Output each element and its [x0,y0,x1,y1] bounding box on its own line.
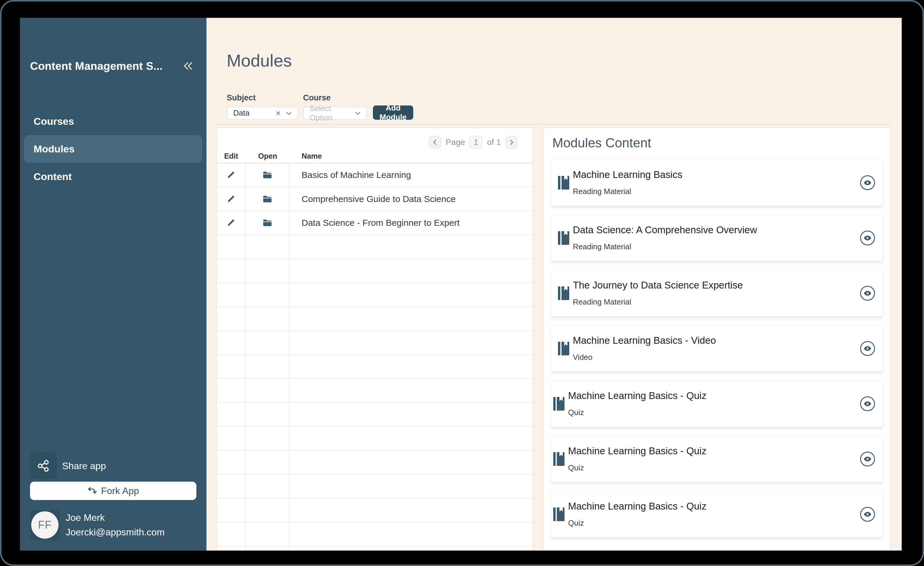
sidebar-footer: Share app Fork App FF Joe Merk [20,452,207,551]
empty-table-row[interactable] [217,522,533,547]
eye-icon [863,344,872,353]
edit-cell [217,164,246,187]
previous-page-button[interactable] [429,136,441,149]
add-module-button[interactable]: Add Module [373,105,413,120]
card-texts: Data Science: A Comprehensive Overview R… [573,224,757,251]
open-cell [246,498,290,522]
card-type: Reading Material [573,187,682,196]
course-select[interactable]: Select Option [303,107,367,120]
pencil-icon[interactable] [227,195,235,203]
row-name: Data Science - From Beginner to Expert [290,211,533,235]
content-card[interactable]: Machine Learning Basics - Quiz Quiz [550,381,883,427]
empty-table-row[interactable] [217,379,533,403]
book-icon [558,287,569,300]
edit-cell [217,307,246,330]
folder-icon[interactable] [262,195,272,203]
share-icon-tile [30,452,57,479]
edit-cell [217,283,246,306]
column-header-name: Name [290,152,533,161]
share-app-label: Share app [62,461,106,471]
page-number-input[interactable]: 1 [470,136,483,149]
open-cell [246,283,290,306]
content-card-list: Machine Learning Basics Reading Material… [550,159,883,537]
view-content-button[interactable] [860,175,875,190]
card-title: Machine Learning Basics - Quiz [568,445,706,456]
row-name [290,426,533,450]
card-type: Quiz [568,463,706,472]
empty-table-row[interactable] [217,475,533,499]
empty-table-row[interactable] [217,259,533,283]
collapse-sidebar-button[interactable] [182,59,195,72]
avatar: FF [31,511,58,539]
page-count-label: of 1 [487,138,501,147]
empty-table-row[interactable] [217,331,533,355]
folder-icon[interactable] [262,171,272,179]
content-card[interactable]: Machine Learning Basics - Video Video [550,325,883,372]
empty-table-row[interactable] [217,307,533,331]
sidebar-item-courses[interactable]: Courses [24,108,202,135]
card-texts: Machine Learning Basics - Quiz Quiz [568,390,706,417]
table-row[interactable]: Data Science - From Beginner to Expert [217,211,533,235]
table-row[interactable]: Comprehensive Guide to Data Science [217,187,533,211]
empty-table-row[interactable] [217,498,533,522]
open-cell [246,475,290,498]
card-type: Quiz [568,518,706,528]
pencil-icon[interactable] [227,219,235,227]
row-name [290,403,533,426]
edit-cell [217,546,246,551]
eye-icon [863,289,872,297]
next-page-button[interactable] [506,136,518,149]
chevron-down-icon[interactable] [354,110,362,117]
empty-table-row[interactable] [217,235,533,260]
empty-table-row[interactable] [217,403,533,427]
edit-cell [217,235,246,259]
open-cell [246,331,290,354]
user-email: Joercki@appsmith.com [66,527,165,538]
empty-table-row[interactable] [217,426,533,451]
view-content-button[interactable] [860,452,875,467]
clear-selection-icon[interactable]: × [275,109,281,118]
book-icon [558,342,569,355]
card-texts: Machine Learning Basics - Quiz Quiz [568,501,706,528]
card-type: Reading Material [573,242,757,251]
card-texts: The Journey to Data Science Expertise Re… [573,279,743,306]
open-cell [246,307,290,330]
edit-cell [217,451,246,474]
content-card[interactable]: Data Science: A Comprehensive Overview R… [550,215,883,261]
open-cell [246,187,290,211]
chevron-right-icon [508,138,516,146]
empty-table-row[interactable] [217,546,533,551]
content-card[interactable]: The Journey to Data Science Expertise Re… [550,270,883,317]
content-card[interactable]: Machine Learning Basics - Quiz Quiz [550,491,883,537]
card-title: The Journey to Data Science Expertise [573,279,743,291]
view-content-button[interactable] [860,286,875,301]
sidebar-item-content[interactable]: Content [24,163,202,191]
content-card[interactable]: Machine Learning Basics - Quiz Quiz [550,436,883,482]
chevron-down-icon[interactable] [285,110,292,117]
column-header-edit: Edit [217,152,246,161]
content-card[interactable]: Machine Learning Basics Reading Material [550,159,883,206]
view-content-button[interactable] [860,231,875,245]
empty-table-row[interactable] [217,283,533,307]
table-row[interactable]: Basics of Machine Learning [217,164,533,188]
filter-bar: Subject Data × Course Select Option Add … [216,93,891,120]
fork-app-button[interactable]: Fork App [30,482,196,500]
empty-table-row[interactable] [217,355,533,379]
folder-icon[interactable] [262,219,272,227]
edit-cell [217,522,246,546]
user-menu[interactable]: FF Joe Merk Joercki@appsmith.com [30,510,196,540]
pencil-icon[interactable] [227,171,235,179]
row-name [290,546,533,551]
sidebar-item-modules[interactable]: Modules [24,135,202,163]
subject-label: Subject [227,93,298,102]
subject-select[interactable]: Data × [227,107,298,120]
edit-cell [217,211,246,235]
page-title: Modules [227,51,891,70]
view-content-button[interactable] [860,507,875,522]
empty-table-row[interactable] [217,451,533,475]
view-content-button[interactable] [860,396,875,411]
device-frame: Content Management S... Courses Modules … [0,0,924,566]
share-app-button[interactable]: Share app [30,452,196,479]
view-content-button[interactable] [860,341,875,356]
subject-select-value: Data [233,108,275,118]
